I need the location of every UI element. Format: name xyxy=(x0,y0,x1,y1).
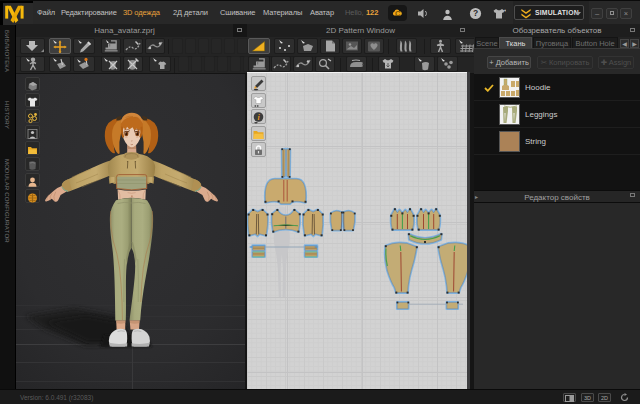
svg-text:+: + xyxy=(504,8,506,13)
svg-text:?: ? xyxy=(473,8,478,18)
svg-text:C: C xyxy=(395,9,401,18)
